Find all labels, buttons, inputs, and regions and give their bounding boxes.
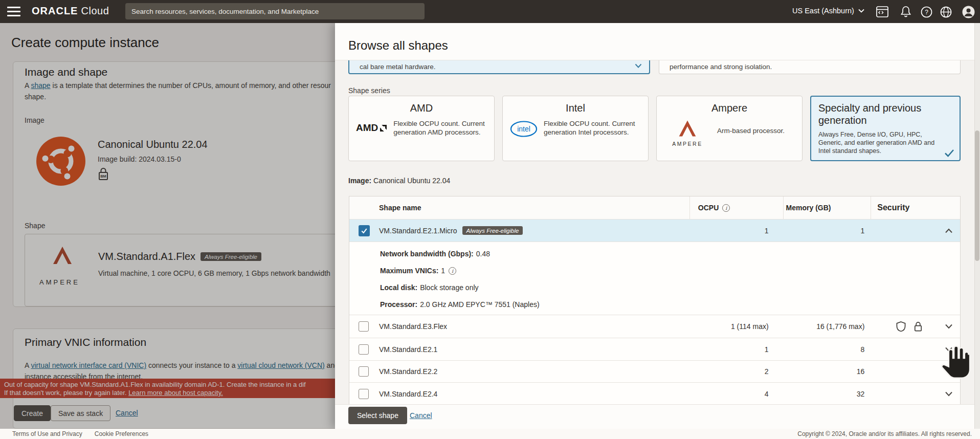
row-memory: 16 (1,776 max)	[783, 322, 871, 331]
table-row-e21[interactable]: VM.Standard.E2.1 1 8	[349, 338, 960, 361]
detail-processor: Processor:2.0 GHz AMD EPYC™ 7551 (Naples…	[380, 300, 540, 309]
checkbox-unchecked[interactable]	[359, 321, 369, 332]
row-memory: 1	[783, 227, 871, 235]
chevron-down-icon	[858, 9, 864, 13]
shape-row-name: VM.Standard.E2.4	[379, 390, 437, 398]
series-card-desc: Arm-based processor.	[717, 126, 785, 135]
table-row-e24[interactable]: VM.Standard.E2.4 4 32	[349, 383, 960, 405]
expanded-shape-details: Network bandwidth (Gbps):0.48 Maximum VN…	[349, 242, 960, 315]
page-footer: Terms of Use and Privacy Cookie Preferen…	[0, 429, 980, 439]
instance-type-fragment: performance and strong isolation.	[670, 63, 772, 71]
col-memory: Memory (GB)	[783, 196, 871, 219]
dialog-scrollbar-thumb[interactable]	[975, 130, 979, 261]
notifications-icon[interactable]	[899, 5, 912, 18]
chevron-down-icon[interactable]	[945, 324, 953, 329]
row-ocpu: 4	[689, 390, 783, 398]
series-card-desc: Flexible OCPU count. Current generation …	[544, 119, 642, 137]
checkbox-checked[interactable]	[359, 225, 370, 236]
browse-all-shapes-dialog: Browse all shapes cal bare metal hardwar…	[335, 23, 980, 429]
dialog-footer: Select shape Cancel	[335, 404, 980, 429]
series-card-title: Specialty and previous generation	[811, 97, 960, 126]
series-card-title: AMD	[349, 102, 494, 114]
copyright-text: Copyright © 2024, Oracle and/or its affi…	[797, 430, 972, 437]
shape-row-name: VM.Standard.E2.2	[379, 367, 437, 376]
ocpu-info-icon[interactable]: i	[722, 204, 730, 212]
cloud-shell-icon[interactable]	[876, 5, 889, 18]
col-ocpu: OCPUi	[689, 196, 783, 219]
help-icon[interactable]: ?	[920, 5, 933, 18]
series-card-title: Intel	[503, 102, 648, 114]
dialog-scrollbar-track[interactable]	[974, 23, 980, 429]
detail-local-disk: Local disk:Block storage only	[380, 283, 479, 292]
terms-link[interactable]: Terms of Use and Privacy	[12, 430, 82, 437]
svg-text:?: ?	[925, 9, 928, 16]
shapes-table: Shape name OCPUi Memory (GB) Security VM…	[349, 196, 961, 405]
row-memory: 32	[783, 390, 871, 398]
chevron-up-icon[interactable]	[945, 228, 953, 233]
dialog-cancel-link[interactable]: Cancel	[410, 411, 432, 420]
screen: ORACLE Cloud US East (Ashburn) ? Create …	[0, 0, 980, 439]
row-ocpu: 1 (114 max)	[689, 322, 783, 331]
series-card-title: Ampere	[657, 102, 802, 114]
row-memory: 16	[783, 367, 871, 376]
region-label: US East (Ashburn)	[792, 7, 854, 15]
series-card-desc: Always Free, Dense I/O, GPU, HPC, Generi…	[811, 126, 960, 155]
chevron-down-icon[interactable]	[945, 391, 953, 397]
col-security: Security	[871, 196, 960, 219]
checkbox-unchecked[interactable]	[359, 344, 369, 355]
chevron-down-icon	[635, 63, 642, 69]
dialog-title: Browse all shapes	[348, 38, 448, 53]
col-shape-name: Shape name	[349, 204, 689, 212]
ampere-logo-text: AMPERE	[664, 141, 711, 147]
series-card-amd[interactable]: AMD AMD Flexible OCPU count. Current gen…	[348, 96, 495, 161]
shape-row-name: VM.Standard.E2.1	[379, 345, 437, 354]
brand-cloud: Cloud	[81, 5, 109, 16]
series-card-specialty[interactable]: Specialty and previous generation Always…	[810, 96, 961, 161]
amd-logo-icon: AMD	[356, 122, 387, 134]
shape-row-name: VM.Standard.E3.Flex	[379, 322, 447, 331]
chevron-down-icon[interactable]	[945, 347, 953, 352]
instance-type-fragment: cal bare metal hardware.	[360, 63, 436, 71]
row-ocpu: 1	[689, 227, 783, 235]
intel-logo-icon: intel	[510, 120, 538, 138]
dialog-header: Browse all shapes	[335, 23, 980, 60]
svg-text:intel: intel	[517, 125, 530, 133]
search-input[interactable]	[125, 3, 425, 19]
series-card-intel[interactable]: Intel intel Flexible OCPU count. Current…	[502, 96, 649, 161]
select-shape-button[interactable]: Select shape	[348, 407, 407, 424]
menu-icon[interactable]	[7, 7, 20, 16]
shield-icon	[896, 321, 906, 332]
table-row-e21micro[interactable]: VM.Standard.E2.1.Micro Always Free-eligi…	[349, 220, 960, 242]
oracle-cloud-logo[interactable]: ORACLE Cloud	[32, 5, 109, 17]
series-card-ampere[interactable]: Ampere AMPERE Arm-based processor.	[656, 96, 803, 161]
lock-icon	[913, 321, 923, 332]
instance-type-card-selected[interactable]: cal bare metal hardware.	[348, 60, 650, 74]
top-bar: ORACLE Cloud US East (Ashburn) ?	[0, 0, 980, 23]
row-ocpu: 2	[689, 367, 783, 376]
vnics-info-icon[interactable]: i	[449, 267, 456, 275]
cookie-preferences-link[interactable]: Cookie Preferences	[95, 430, 148, 437]
shape-row-name: VM.Standard.E2.1.Micro Always Free-eligi…	[379, 226, 523, 235]
selected-check-icon	[944, 149, 954, 157]
checkbox-unchecked[interactable]	[359, 366, 369, 377]
dialog-image-line: Image: Canonical Ubuntu 22.04	[348, 177, 450, 185]
table-row-e3flex[interactable]: VM.Standard.E3.Flex 1 (114 max) 16 (1,77…	[349, 315, 960, 338]
profile-avatar[interactable]	[962, 5, 975, 18]
table-header-row: Shape name OCPUi Memory (GB) Security	[349, 196, 960, 220]
instance-type-card[interactable]: performance and strong isolation.	[659, 60, 961, 74]
shape-series-label: Shape series	[348, 86, 390, 95]
detail-max-vnics: Maximum VNICs:1 i	[380, 267, 456, 275]
chevron-down-icon[interactable]	[945, 369, 953, 374]
checkbox-unchecked[interactable]	[359, 389, 369, 399]
ampere-logo-icon: AMPERE	[664, 119, 711, 147]
language-globe-icon[interactable]	[939, 5, 952, 18]
detail-network-bandwidth: Network bandwidth (Gbps):0.48	[380, 250, 490, 258]
row-memory: 8	[783, 345, 871, 354]
series-card-desc: Flexible OCPU count. Current generation …	[393, 119, 488, 137]
table-row-e22[interactable]: VM.Standard.E2.2 2 16	[349, 361, 960, 383]
brand-oracle: ORACLE	[32, 5, 78, 16]
always-free-badge: Always Free-eligible	[462, 226, 523, 235]
region-selector[interactable]: US East (Ashburn)	[792, 7, 864, 15]
row-ocpu: 1	[689, 345, 783, 354]
